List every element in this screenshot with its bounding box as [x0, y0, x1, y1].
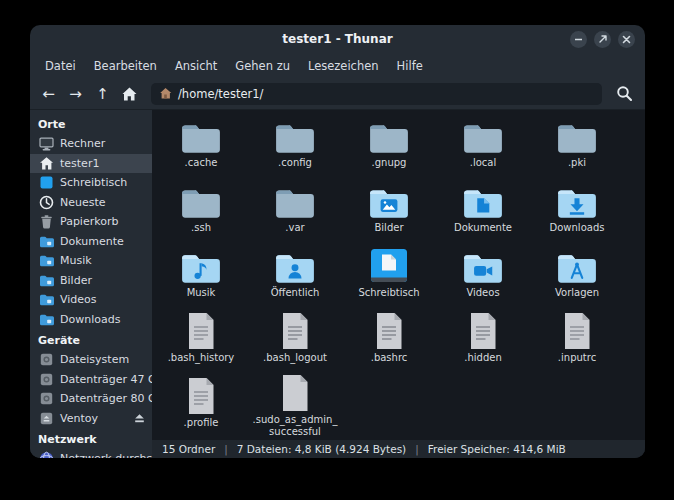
sidebar-section-header: Geräte: [30, 329, 152, 350]
drive-icon: [39, 352, 54, 367]
eject-button[interactable]: [133, 412, 146, 424]
sidebar-item-bilder[interactable]: Bilder: [30, 271, 152, 291]
file-item[interactable]: .pki: [530, 113, 624, 178]
thunar-window: tester1 - Thunar Datei Bearbeiten Ansich…: [30, 25, 645, 458]
menubar: Datei Bearbeiten Ansicht Gehen zu Leseze…: [30, 53, 645, 78]
file-name: .ssh: [191, 222, 211, 234]
sidebar: OrteRechnertester1SchreibtischNeuestePap…: [30, 110, 152, 458]
file-item[interactable]: .var: [248, 178, 342, 243]
clock-icon: [39, 195, 54, 210]
sidebar-item-videos[interactable]: Videos: [30, 290, 152, 310]
text-file-icon: [374, 308, 404, 350]
path-bar[interactable]: /home/tester1/: [151, 83, 602, 105]
sidebar-item-dokumente[interactable]: Dokumente: [30, 232, 152, 252]
file-name: .inputrc: [558, 352, 596, 364]
sidebar-item-papierkorb[interactable]: Papierkorb: [30, 212, 152, 232]
search-icon: [616, 85, 633, 102]
drive-icon: [39, 372, 54, 387]
menu-lesezeichen[interactable]: Lesezeichen: [299, 56, 388, 76]
file-name: .profile: [184, 417, 219, 429]
trash-icon: [39, 214, 54, 229]
file-item[interactable]: .hidden: [436, 308, 530, 373]
sidebar-item-dateisystem[interactable]: Dateisystem: [30, 350, 152, 370]
file-name: .config: [278, 157, 312, 169]
sidebar-item-downloads[interactable]: Downloads: [30, 310, 152, 330]
menu-ansicht[interactable]: Ansicht: [166, 56, 226, 76]
file-item[interactable]: .inputrc: [530, 308, 624, 373]
menu-bearbeiten[interactable]: Bearbeiten: [85, 56, 166, 76]
sidebar-item-label: Musik: [60, 254, 92, 267]
sidebar-item-datenträger-47-gb[interactable]: Datenträger 47 GB: [30, 370, 152, 390]
sidebar-item-musik[interactable]: Musik: [30, 251, 152, 271]
sidebar-item-netzwerk-durchs-[interactable]: Netzwerk durchs...: [30, 449, 152, 458]
sidebar-item-tester1[interactable]: tester1: [30, 154, 152, 174]
file-item[interactable]: .local: [436, 113, 530, 178]
minimize-button[interactable]: [570, 31, 587, 48]
file-item[interactable]: .sudo_as_admin_successful: [248, 373, 342, 438]
file-item[interactable]: Dokumente: [436, 178, 530, 243]
back-icon: ←: [42, 85, 55, 103]
menu-datei[interactable]: Datei: [36, 56, 85, 76]
text-file-icon: [186, 308, 216, 350]
sidebar-item-label: Dateisystem: [60, 353, 129, 366]
search-button[interactable]: [611, 82, 637, 106]
forward-icon: →: [69, 85, 82, 103]
menu-gehen-zu[interactable]: Gehen zu: [226, 56, 299, 76]
sidebar-item-datenträger-80-gb[interactable]: Datenträger 80 GB: [30, 389, 152, 409]
file-item[interactable]: Downloads: [530, 178, 624, 243]
file-name: Downloads: [550, 222, 605, 234]
documents-folder-icon: [462, 178, 504, 220]
sidebar-item-rechner[interactable]: Rechner: [30, 134, 152, 154]
folder-small-icon: [39, 292, 54, 307]
folder-small-icon: [39, 312, 54, 327]
statusbar: 15 Ordner | 7 Dateien: 4,8 KiB (4.924 By…: [152, 440, 645, 458]
file-item[interactable]: .bashrc: [342, 308, 436, 373]
file-item[interactable]: .gnupg: [342, 113, 436, 178]
folder-small-icon: [39, 253, 54, 268]
drive-icon: [39, 391, 54, 406]
home-icon: [121, 86, 138, 102]
desktop-icon: [370, 243, 408, 285]
file-item[interactable]: Schreibtisch: [342, 243, 436, 308]
file-item[interactable]: Öffentlich: [248, 243, 342, 308]
status-separator: |: [415, 443, 419, 455]
file-name: Musik: [187, 287, 216, 299]
up-button[interactable]: ↑: [90, 82, 115, 106]
status-free-space: Freier Speicher: 414,6 MiB: [428, 443, 566, 455]
file-item[interactable]: .bash_history: [154, 308, 248, 373]
file-name: .var: [285, 222, 304, 234]
sidebar-item-label: Ventoy: [60, 412, 98, 425]
close-button[interactable]: [618, 31, 635, 48]
home-button[interactable]: [117, 82, 142, 106]
back-button[interactable]: ←: [36, 82, 61, 106]
status-folders: 15 Ordner: [162, 443, 215, 455]
window-title: tester1 - Thunar: [30, 32, 645, 46]
sidebar-item-neueste[interactable]: Neueste: [30, 193, 152, 213]
sidebar-item-ventoy[interactable]: Ventoy: [30, 409, 152, 429]
file-item[interactable]: Videos: [436, 243, 530, 308]
file-item[interactable]: Musik: [154, 243, 248, 308]
file-item[interactable]: .bash_logout: [248, 308, 342, 373]
file-item[interactable]: Vorlagen: [530, 243, 624, 308]
file-name: Vorlagen: [555, 287, 599, 299]
file-name: .bash_logout: [263, 352, 327, 364]
forward-button[interactable]: →: [63, 82, 88, 106]
menu-hilfe[interactable]: Hilfe: [388, 56, 432, 76]
file-name: .pki: [568, 157, 586, 169]
sidebar-item-schreibtisch[interactable]: Schreibtisch: [30, 173, 152, 193]
file-item[interactable]: .profile: [154, 373, 248, 438]
titlebar[interactable]: tester1 - Thunar: [30, 25, 645, 53]
file-name: Videos: [466, 287, 499, 299]
file-item[interactable]: Bilder: [342, 178, 436, 243]
hidden-folder-icon: [556, 113, 598, 155]
file-item[interactable]: .cache: [154, 113, 248, 178]
file-item[interactable]: .config: [248, 113, 342, 178]
text-file-icon: [468, 308, 498, 350]
file-grid: .cache .config .gnupg .local .pki .ssh .…: [152, 110, 645, 440]
text-file-icon: [562, 308, 592, 350]
file-item[interactable]: .ssh: [154, 178, 248, 243]
up-icon: ↑: [96, 85, 109, 103]
text-file-icon: [186, 373, 216, 415]
maximize-button[interactable]: [594, 31, 611, 48]
minimize-icon: [574, 35, 583, 44]
